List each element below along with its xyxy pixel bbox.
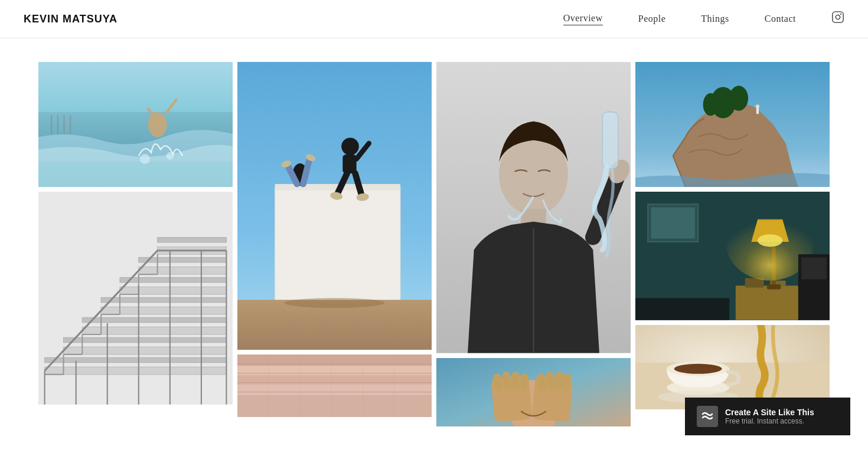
svg-rect-67 [237,383,432,395]
svg-rect-118 [801,258,826,280]
svg-point-1 [836,15,840,19]
svg-rect-19 [82,327,226,334]
svg-rect-94 [511,372,520,389]
svg-rect-28 [158,238,227,242]
svg-rect-109 [651,208,695,239]
site-header: KEVIN MATSUYA Overview People Things Con… [0,0,868,38]
svg-rect-104 [756,107,759,114]
svg-rect-25 [139,267,227,275]
nav-contact[interactable]: Contact [765,14,796,24]
svg-rect-66 [237,392,432,417]
svg-rect-0 [833,12,843,22]
squiggle-text: Create A Site Like This Free trial. Inst… [725,408,814,425]
svg-rect-119 [635,298,729,320]
photo-beach-splash[interactable] [38,62,233,187]
svg-rect-8 [70,115,71,134]
svg-point-12 [140,154,150,164]
instagram-icon[interactable] [831,11,844,27]
svg-rect-114 [767,284,781,289]
svg-rect-15 [45,367,227,375]
svg-point-2 [841,14,841,15]
gallery-col-3 [436,62,631,426]
svg-point-58 [341,137,359,155]
site-title: KEVIN MATSUYA [24,13,118,25]
main-nav: Overview People Things Contact [563,11,844,27]
svg-rect-7 [63,115,64,134]
svg-rect-5 [51,115,52,134]
photo-pink-steps[interactable] [237,354,432,417]
svg-point-116 [758,234,782,247]
photo-water-pour[interactable] [436,62,631,353]
svg-point-52 [285,298,385,308]
svg-point-124 [674,364,722,374]
gallery-main [0,38,868,450]
svg-rect-24 [120,278,226,283]
gallery-col-4 [635,62,830,409]
photo-gallery [0,38,868,450]
svg-rect-93 [502,372,511,389]
svg-rect-86 [602,112,618,169]
gallery-col-2 [237,62,432,417]
svg-point-105 [756,104,759,108]
squiggle-headline: Create A Site Like This [725,408,814,417]
photo-wall-jump[interactable] [237,62,432,350]
photo-cliff[interactable] [635,62,830,187]
svg-point-103 [703,93,718,116]
svg-point-13 [167,152,174,160]
photo-person-hands[interactable] [436,358,631,427]
svg-rect-23 [120,287,226,295]
photo-bleachers[interactable] [38,192,233,405]
svg-point-9 [148,112,167,137]
photo-lamp-room[interactable] [635,192,830,320]
svg-rect-110 [736,285,798,320]
svg-point-102 [729,86,748,110]
gallery-col-1 [38,62,233,405]
svg-rect-26 [139,258,227,262]
svg-rect-6 [57,115,58,134]
svg-rect-97 [546,372,554,389]
photo-coffee[interactable] [635,325,830,409]
squiggle-subtext: Free trial. Instant access. [725,417,814,425]
squiggle-logo-icon [697,406,718,427]
svg-rect-98 [555,372,563,389]
svg-rect-16 [45,357,227,362]
svg-rect-49 [275,187,400,312]
squiggle-badge[interactable]: Create A Site Like This Free trial. Inst… [685,398,850,435]
nav-people[interactable]: People [638,14,666,24]
nav-overview[interactable]: Overview [563,13,603,25]
nav-things[interactable]: Things [701,14,729,24]
svg-rect-20 [82,318,226,323]
